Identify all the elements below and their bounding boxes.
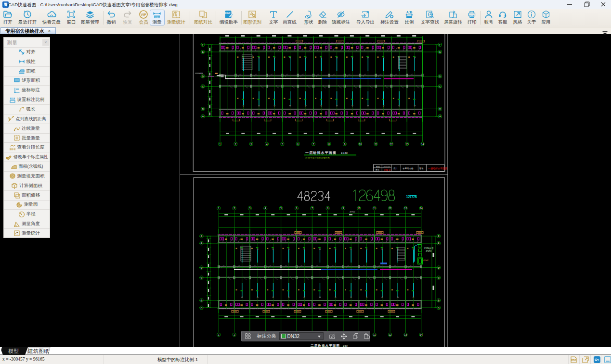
svg-text:设计: 设计 xyxy=(393,167,398,170)
svg-text:A: A xyxy=(429,13,432,16)
svg-text:4: 4 xyxy=(266,143,268,146)
svg-text:14: 14 xyxy=(421,143,424,146)
svg-text:9: 9 xyxy=(343,207,344,210)
svg-text:MEAS: MEAS xyxy=(154,16,160,18)
svg-text:11: 11 xyxy=(373,333,376,336)
svg-text:4: 4 xyxy=(265,207,266,210)
svg-text:11: 11 xyxy=(373,207,376,210)
svg-text:水施-07: 水施-07 xyxy=(384,169,391,171)
svg-text:模型: 模型 xyxy=(8,348,19,354)
svg-text:12: 12 xyxy=(390,143,393,146)
svg-text:yzbsd: yzbsd xyxy=(423,259,429,262)
svg-text:12: 12 xyxy=(389,333,391,336)
svg-text:3: 3 xyxy=(250,143,252,146)
svg-text:1: 1 xyxy=(220,143,221,146)
svg-text:7: 7 xyxy=(312,207,313,210)
svg-text:1: 1 xyxy=(218,207,220,210)
svg-text:6: 6 xyxy=(296,207,298,210)
svg-text:1:150: 1:150 xyxy=(341,151,348,154)
svg-text:2: 2 xyxy=(234,207,235,210)
svg-text:13: 13 xyxy=(404,333,407,336)
svg-text:A:B: A:B xyxy=(11,98,13,100)
svg-text:49700: 49700 xyxy=(350,211,355,213)
svg-text:2: 2 xyxy=(235,143,236,146)
svg-text:2: 2 xyxy=(234,333,235,336)
svg-text:14: 14 xyxy=(420,207,423,210)
svg-text:1: 1 xyxy=(218,333,220,336)
svg-text:5: 5 xyxy=(280,207,282,210)
svg-text:注:图中未注明给水管均为: 注:图中未注明给水管均为 xyxy=(305,156,330,160)
svg-text:4X4NHBM: 4X4NHBM xyxy=(195,73,203,75)
svg-text:10: 10 xyxy=(359,143,362,146)
svg-text:JH25=: JH25= xyxy=(426,250,432,252)
svg-text:2X64接管: 2X64接管 xyxy=(424,247,434,250)
svg-text:127778: 127778 xyxy=(406,194,417,199)
svg-text:图名: 图名 xyxy=(419,167,424,170)
svg-text:12: 12 xyxy=(389,207,391,210)
svg-text:一层给排水平面图: 一层给排水平面图 xyxy=(428,167,447,170)
svg-text:3: 3 xyxy=(249,207,251,210)
svg-text:13: 13 xyxy=(405,143,408,146)
svg-text:VIP: VIP xyxy=(141,13,146,16)
svg-text:5: 5 xyxy=(282,143,283,146)
svg-text:10: 10 xyxy=(358,207,361,210)
svg-text:13: 13 xyxy=(404,207,407,210)
svg-text:CAD: CAD xyxy=(225,12,231,14)
svg-text:图号: 图号 xyxy=(376,169,379,171)
svg-text:8: 8 xyxy=(328,143,330,146)
svg-text:一层给排水平面图: 一层给排水平面图 xyxy=(305,151,336,155)
svg-text:8: 8 xyxy=(327,207,328,210)
svg-text:专用宿舍楼: 专用宿舍楼 xyxy=(403,167,414,170)
svg-text:PDF: PDF xyxy=(572,359,576,362)
svg-text:9: 9 xyxy=(344,143,345,146)
svg-text:建筑图纸: 建筑图纸 xyxy=(27,348,49,354)
svg-text:A:B: A:B xyxy=(406,11,412,14)
svg-text:2016.07: 2016.07 xyxy=(383,165,390,168)
svg-text:6: 6 xyxy=(297,143,299,146)
svg-text:11: 11 xyxy=(375,143,377,146)
svg-text:7: 7 xyxy=(313,143,314,146)
svg-text:14: 14 xyxy=(420,333,423,336)
